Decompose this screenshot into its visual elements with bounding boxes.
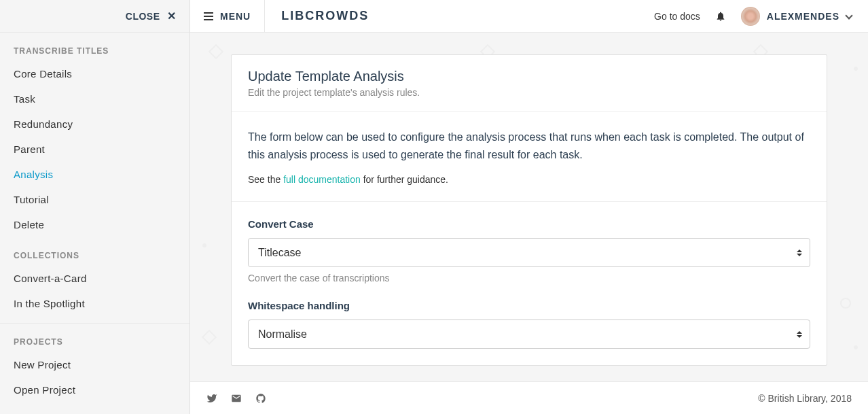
decor-circle-icon [840, 298, 851, 309]
page-title: Update Template Analysis [248, 69, 810, 84]
content-area: Update Template Analysis Edit the projec… [190, 33, 868, 381]
brand-logo: LIBCROWDS [265, 9, 385, 23]
sidebar-item-open-project[interactable]: Open Project [0, 377, 189, 402]
convert-case-select[interactable]: Titlecase [248, 238, 810, 267]
sidebar-item-task[interactable]: Task [0, 86, 189, 111]
whitespace-select[interactable]: Normalise [248, 320, 810, 349]
main: MENU LIBCROWDS Go to docs ALEXMENDES [190, 0, 868, 414]
github-icon[interactable] [255, 393, 266, 404]
menu-button[interactable]: MENU [190, 0, 265, 32]
sidebar-item-delete[interactable]: Delete [0, 212, 189, 237]
username: ALEXMENDES [767, 11, 839, 22]
decor-diamond-icon [209, 44, 224, 60]
card-header: Update Template Analysis Edit the projec… [232, 55, 827, 112]
guidance-suffix: for further guidance. [361, 174, 448, 185]
page-subtitle: Edit the project template's analysis rul… [248, 87, 810, 98]
copyright: © British Library, 2018 [758, 393, 852, 404]
decor-dot-icon [854, 345, 858, 349]
convert-case-help: Convert the case of transcriptions [248, 273, 810, 283]
card-body: The form below can be used to configure … [232, 112, 827, 202]
decor-dot-icon [202, 243, 206, 247]
body-text: The form below can be used to configure … [248, 128, 810, 163]
convert-case-label: Convert Case [248, 218, 810, 230]
sidebar-section-collections: COLLECTIONS Convert-a-Card In the Spotli… [0, 237, 189, 316]
close-icon: ✕ [167, 10, 177, 22]
docs-link[interactable]: Go to docs [654, 11, 700, 22]
user-menu[interactable]: ALEXMENDES [741, 7, 852, 26]
close-button[interactable]: CLOSE ✕ [0, 0, 189, 33]
sidebar-item-convert-a-card[interactable]: Convert-a-Card [0, 266, 189, 291]
section-title: TRANSCRIBE TITLES [0, 33, 189, 61]
form-group-whitespace: Whitespace handling Normalise [248, 300, 810, 349]
hamburger-icon [204, 11, 213, 21]
footer: © British Library, 2018 [190, 381, 868, 414]
topbar: MENU LIBCROWDS Go to docs ALEXMENDES [190, 0, 868, 33]
sidebar-section-projects: PROJECTS New Project Open Project [0, 324, 189, 402]
close-label: CLOSE [126, 11, 160, 22]
sidebar-item-new-project[interactable]: New Project [0, 352, 189, 377]
form-group-convert-case: Convert Case Titlecase Convert the case … [248, 218, 810, 283]
decor-diamond-icon [202, 330, 217, 345]
sidebar-item-redundancy[interactable]: Redundancy [0, 111, 189, 137]
envelope-icon[interactable] [231, 393, 242, 404]
menu-label: MENU [220, 11, 251, 22]
section-title: COLLECTIONS [0, 237, 189, 266]
twitter-icon[interactable] [206, 393, 217, 404]
sidebar-item-tutorial[interactable]: Tutorial [0, 187, 189, 212]
guidance-prefix: See the [248, 174, 283, 185]
sidebar-item-analysis[interactable]: Analysis [0, 162, 189, 187]
whitespace-label: Whitespace handling [248, 300, 810, 311]
section-title: PROJECTS [0, 324, 189, 352]
sidebar-item-spotlight[interactable]: In the Spotlight [0, 291, 189, 316]
sidebar: CLOSE ✕ TRANSCRIBE TITLES Core Details T… [0, 0, 190, 414]
avatar [741, 7, 760, 26]
sidebar-section-transcribe: TRANSCRIBE TITLES Core Details Task Redu… [0, 33, 189, 237]
decor-dot-icon [854, 67, 858, 71]
chevron-down-icon [845, 12, 852, 19]
guidance-text: See the full documentation for further g… [248, 174, 810, 185]
bell-icon[interactable] [715, 11, 726, 22]
sidebar-item-core-details[interactable]: Core Details [0, 61, 189, 86]
sidebar-item-parent[interactable]: Parent [0, 137, 189, 162]
documentation-link[interactable]: full documentation [283, 174, 361, 185]
card: Update Template Analysis Edit the projec… [231, 54, 827, 366]
form-section: Convert Case Titlecase Convert the case … [232, 202, 827, 365]
